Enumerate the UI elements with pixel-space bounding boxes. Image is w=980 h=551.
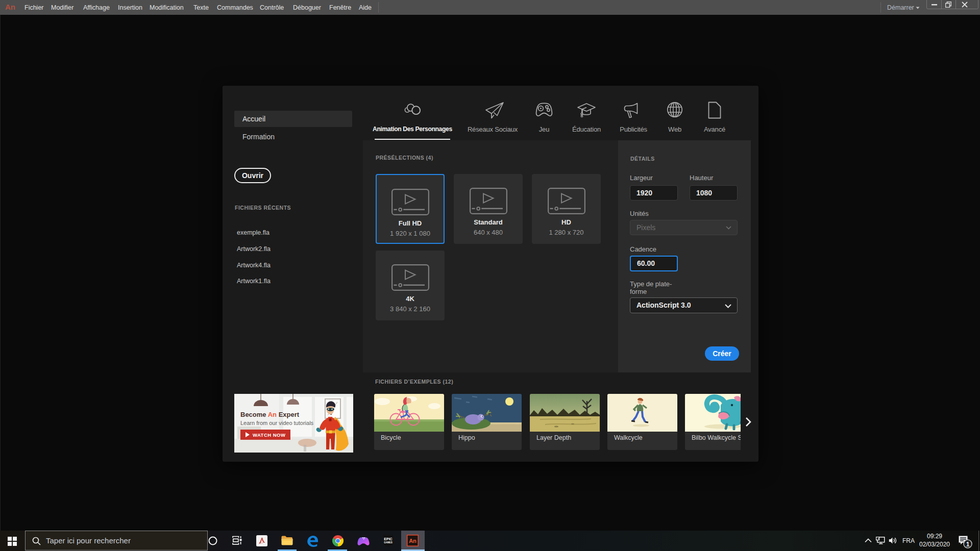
svg-text:Learn from our video tutorials: Learn from our video tutorials — [240, 420, 314, 426]
svg-text:GAMES: GAMES — [384, 541, 393, 544]
svg-text:1: 1 — [966, 541, 970, 548]
svg-text:Become An Expert: Become An Expert — [240, 411, 300, 418]
svg-text:An: An — [409, 538, 416, 544]
svg-text:WATCH NOW: WATCH NOW — [253, 432, 285, 438]
svg-text:EPIC: EPIC — [384, 537, 392, 541]
